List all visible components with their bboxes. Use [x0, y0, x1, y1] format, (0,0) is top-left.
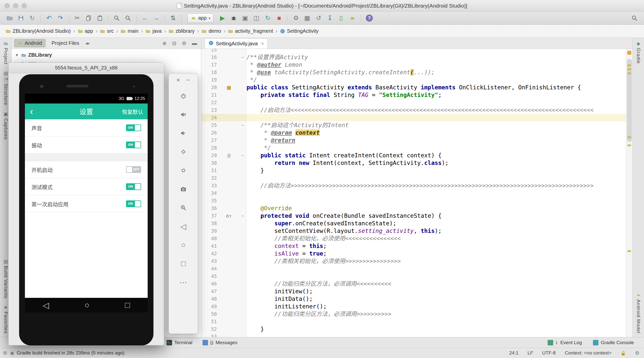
nav-home-icon[interactable]: ○ [85, 300, 90, 310]
line-number[interactable]: 42 [201, 250, 219, 257]
screenshot-icon[interactable] [180, 186, 187, 192]
code-line-47[interactable]: 47 initView(); [201, 288, 632, 295]
warning-mark[interactable] [628, 64, 631, 66]
emulator-title-bar[interactable]: 5554:Nexus_5_API_23_x86 [9, 63, 164, 73]
code-line-51[interactable]: 51 [201, 318, 632, 325]
line-number[interactable]: 49 [201, 303, 219, 310]
code-line-15[interactable]: 15 [201, 49, 632, 53]
project-view-tab-project-files[interactable]: Project Files [48, 39, 83, 47]
line-separator-widget[interactable]: LF [528, 350, 533, 356]
code-line-17[interactable]: 17 * @author Lemon [201, 61, 632, 68]
breadcrumb-item[interactable]: zblibrary [167, 27, 197, 35]
cut-icon[interactable]: ✂ [73, 13, 82, 23]
project-view-tab-android[interactable]: Android [14, 39, 46, 47]
find-icon[interactable] [112, 13, 121, 23]
redo-icon[interactable]: ↷ [56, 13, 65, 23]
line-number[interactable]: 26 [201, 129, 219, 136]
breadcrumb-item[interactable]: src [98, 27, 116, 35]
line-number[interactable]: 21 [201, 91, 219, 99]
tool-button--messages[interactable]: 0: Messages [203, 340, 237, 345]
zoom-icon[interactable] [180, 204, 187, 211]
setting-row[interactable]: 声音ON [25, 119, 148, 136]
line-number[interactable]: 50 [201, 310, 219, 318]
code-line-29[interactable]: 29@− public static Intent createIntent(C… [201, 152, 632, 159]
editor-tab[interactable]: C SettingActivity.java × [205, 39, 268, 49]
line-number[interactable]: 17 [201, 61, 219, 68]
breadcrumb-item[interactable]: activity_fragment [226, 27, 275, 35]
tool-stripe-button-captures[interactable]: ▣Captures [3, 112, 9, 140]
code-editor[interactable]: 1516−/**设置界面Activity17 * @author Lemon18… [201, 49, 632, 337]
line-number[interactable]: 28 [201, 144, 219, 152]
emulator-rotate-right-button[interactable] [169, 161, 198, 180]
lock-icon[interactable]: 🔒 [621, 350, 626, 356]
settings-icon[interactable]: ⚙ [291, 13, 300, 23]
code-line-22[interactable]: 22 [201, 99, 632, 106]
line-number[interactable]: 15 [201, 49, 219, 53]
warning-mark[interactable] [628, 145, 631, 146]
gear-icon[interactable]: ⚙ [635, 350, 639, 356]
close-icon[interactable]: × [176, 77, 180, 84]
fold-marker-icon[interactable]: − [239, 212, 247, 220]
line-number[interactable]: 33 [201, 182, 219, 189]
code-line-43[interactable]: 43 //类相关初始化，必须使用>>>>>>>>>>>>>>>> [201, 257, 632, 265]
code-line-41[interactable]: 41 context = this; [201, 242, 632, 250]
code-line-38[interactable]: 38 super.onCreate(savedInstanceState); [201, 220, 632, 227]
emulator-screenshot-button[interactable] [169, 180, 198, 198]
line-number[interactable]: 48 [201, 295, 219, 303]
tree-expander-icon[interactable]: ▾ [15, 53, 19, 57]
code-line-52[interactable]: 52 } [201, 325, 632, 333]
toggle-switch[interactable]: OFF [126, 166, 141, 173]
open-icon[interactable] [5, 13, 14, 23]
help-icon[interactable]: ? [365, 13, 374, 23]
emulator-screen[interactable]: 3G 12:25 ‹ 设置 恢复默认 声音ON振动ON开机启动OFF测试模式ON… [25, 94, 148, 312]
line-number[interactable]: 19 [201, 76, 219, 84]
gradle-sync-icon[interactable]: ↺ [314, 13, 323, 23]
code-line-30[interactable]: 30 return new Intent(context, SettingAct… [201, 159, 632, 167]
code-line-37[interactable]: 37o↑− protected void onCreate(Bundle sav… [201, 212, 632, 220]
caret-position-widget[interactable]: 24:1 [509, 350, 518, 356]
emulator-zoom-button[interactable] [169, 198, 198, 217]
code-line-45[interactable]: 45 [201, 272, 632, 280]
code-line-31[interactable]: 31 } [201, 167, 632, 174]
setting-row[interactable]: 测试模式ON [25, 178, 148, 195]
code-line-42[interactable]: 42 isAlive = true; [201, 250, 632, 257]
rotate-left-icon[interactable] [180, 149, 187, 155]
line-number[interactable]: 32 [201, 174, 219, 182]
line-number[interactable]: 34 [201, 189, 219, 197]
code-line-35[interactable]: 35 [201, 197, 632, 204]
locate-icon[interactable]: ⊕ [161, 40, 168, 46]
emulator-nav-home-button[interactable]: ○ [169, 236, 198, 254]
code-line-18[interactable]: 18 * @use toActivity(SettingActivity.cre… [201, 68, 632, 76]
run-icon[interactable]: ▶ [218, 13, 227, 23]
close-tab-icon[interactable]: × [260, 41, 264, 47]
code-line-36[interactable]: 36 @Override [201, 204, 632, 212]
line-number[interactable]: 39 [201, 227, 219, 235]
tool-stripe-button-build-variants[interactable]: ▤Build Variants [3, 259, 9, 299]
device-monitor-icon[interactable] [348, 13, 357, 23]
emulator-window[interactable]: 5554:Nexus_5_API_23_x86 3G 12:25 ‹ 设置 恢复… [8, 62, 164, 345]
back-icon[interactable]: ← [140, 13, 149, 23]
emulator-more-button[interactable]: ⋯ [169, 273, 198, 292]
avd-manager-icon[interactable]: ▯ [337, 13, 346, 23]
code-line-20[interactable]: 20public class SettingActivity extends B… [201, 84, 632, 91]
tool-button-terminal[interactable]: Terminal [167, 340, 192, 345]
forward-icon[interactable]: → [152, 13, 161, 23]
nav-overview-icon[interactable]: □ [181, 259, 185, 268]
breadcrumb-item[interactable]: demo [199, 27, 223, 35]
line-number[interactable]: 37 [201, 212, 219, 220]
code-line-46[interactable]: 46 //功能归类分区方法，必须调用<<<<<<<<<< [201, 280, 632, 288]
line-number[interactable]: 46 [201, 280, 219, 288]
line-number[interactable]: 16 [201, 53, 219, 61]
line-number[interactable]: 36 [201, 204, 219, 212]
emulator-power-button[interactable] [169, 87, 198, 105]
setting-row[interactable]: 开机启动OFF [25, 161, 148, 178]
hide-panel-icon[interactable]: ▬ [190, 40, 198, 46]
tree-node-zblibrary[interactable]: ▾ZBLibrary [12, 51, 201, 59]
collapse-all-icon[interactable]: ⊟ [171, 40, 178, 46]
volume-up-icon[interactable] [180, 111, 187, 118]
tool-button-event-log[interactable]: 1Event Log [548, 340, 582, 345]
fold-marker-icon[interactable]: − [239, 53, 247, 61]
toggle-switch[interactable]: ON [126, 124, 141, 131]
code-line-48[interactable]: 48 initData(); [201, 295, 632, 303]
code-line-34[interactable]: 34 [201, 189, 632, 197]
